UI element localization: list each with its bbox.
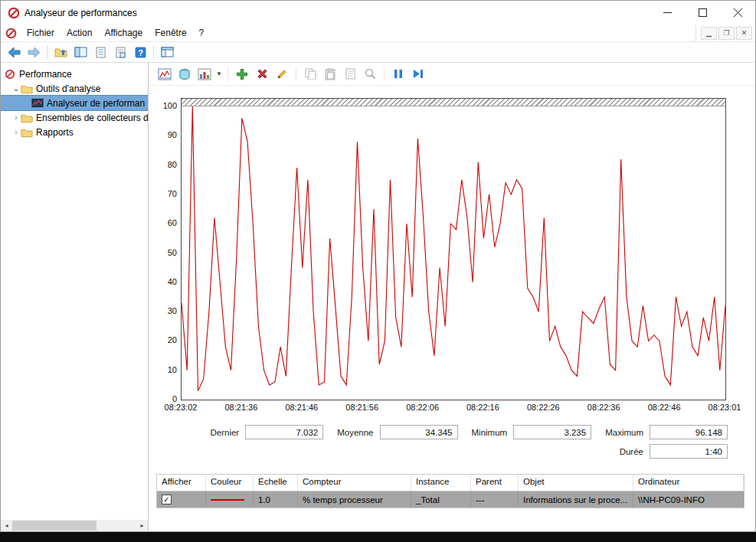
mdi-window-controls: ▁ ❐ ✕: [695, 24, 755, 41]
folder-icon: [21, 83, 33, 94]
help-icon[interactable]: ?: [131, 44, 149, 60]
x-axis-tick-label: 08:23:01: [709, 403, 741, 412]
tree-item-rapports[interactable]: › Rapports: [1, 125, 148, 139]
console-tree-icon[interactable]: [71, 44, 90, 60]
cpu-usage-line-chart: [182, 106, 725, 400]
menu-affichage[interactable]: Affichage: [98, 25, 149, 41]
stats-row-2: Durée 1:40: [156, 444, 728, 459]
add-counter-icon[interactable]: [234, 66, 250, 83]
header-echelle[interactable]: Échelle: [254, 475, 298, 491]
time-bar-hatch: [182, 99, 725, 106]
main-area: Performance ⌄ Outils d'analyse Analyseur…: [1, 63, 755, 531]
menu-action[interactable]: Action: [61, 25, 98, 41]
paste-counter-list-icon[interactable]: [322, 66, 339, 83]
maximum-value: 96.148: [650, 425, 728, 439]
mdi-minimize-icon[interactable]: ▁: [701, 27, 717, 40]
menu-fichier[interactable]: Fichier: [21, 25, 61, 41]
minimize-button[interactable]: [650, 1, 685, 24]
console-tree-panel: Performance ⌄ Outils d'analyse Analyseur…: [1, 63, 149, 531]
y-axis-tick-label: 20: [168, 335, 177, 344]
echelle-cell: 1.0: [254, 491, 298, 508]
x-axis-tick-label: 08:22:46: [648, 403, 681, 412]
x-axis: 08:23:0208:21:3608:21:4608:21:5608:22:06…: [181, 400, 726, 414]
x-axis-tick-label: 08:21:56: [345, 403, 378, 412]
monitor-chart-icon: [31, 98, 44, 109]
mdi-close-icon[interactable]: ✕: [736, 27, 752, 40]
perfmon-icon: [4, 69, 16, 80]
tree-item-label: Outils d'analyse: [36, 83, 100, 94]
header-afficher[interactable]: Afficher: [157, 475, 206, 491]
tree-item-label: Performance: [19, 69, 72, 80]
y-axis-tick-label: 40: [168, 277, 177, 286]
chevron-down-icon[interactable]: ⌄: [11, 84, 21, 93]
delete-counter-icon[interactable]: [254, 66, 270, 83]
view-log-data-icon[interactable]: [176, 66, 193, 83]
tree-item-label: Rapports: [36, 127, 74, 138]
duree-value: 1:40: [650, 444, 728, 459]
zoom-icon[interactable]: [362, 66, 378, 83]
toolbar-separator: [153, 45, 154, 59]
title-bar: Analyseur de performances: [1, 1, 755, 24]
forward-arrow-icon[interactable]: [25, 44, 43, 60]
pause-icon[interactable]: [390, 66, 407, 83]
header-ordinateur[interactable]: Ordinateur: [633, 475, 744, 491]
mdi-app-icon: [5, 28, 17, 39]
properties-doc-icon[interactable]: [342, 66, 358, 83]
export-list-icon[interactable]: [91, 44, 110, 60]
menu-fenetre[interactable]: Fenêtre: [149, 25, 192, 41]
scrollbar-track[interactable]: [12, 520, 136, 531]
y-axis-tick-label: 10: [168, 365, 177, 374]
content-panel: ▼: [149, 63, 755, 531]
scroll-right-icon[interactable]: ▸: [136, 520, 148, 531]
x-axis-tick-label: 08:23:02: [165, 403, 198, 412]
x-axis-tick-label: 08:22:06: [406, 403, 439, 412]
scroll-left-icon[interactable]: ◂: [1, 520, 12, 531]
chevron-right-icon[interactable]: ›: [11, 113, 21, 122]
y-axis-tick-label: 50: [168, 248, 177, 257]
header-parent[interactable]: Parent: [471, 475, 519, 491]
maximum-label: Maximum: [605, 428, 643, 437]
tree-item-ensembles-collecteurs[interactable]: › Ensembles de collecteurs d: [1, 110, 148, 125]
properties-icon[interactable]: [111, 44, 129, 60]
header-instance[interactable]: Instance: [411, 475, 471, 491]
close-button[interactable]: [720, 1, 755, 24]
tree-item-analyseur-performances[interactable]: Analyseur de performan: [1, 96, 148, 110]
horizontal-scrollbar[interactable]: ◂ ▸: [1, 520, 148, 531]
counter-table: Afficher Couleur Échelle Compteur Instan…: [156, 474, 745, 508]
y-axis-tick-label: 100: [163, 101, 177, 110]
header-couleur[interactable]: Couleur: [206, 475, 254, 491]
menu-bar: Fichier Action Affichage Fenêtre ? ▁ ❐ ✕: [1, 24, 755, 42]
chart-region: 1009080706050403020100 08:23:0208:21:360…: [156, 98, 745, 463]
afficher-checkbox[interactable]: ✓: [162, 495, 172, 504]
back-arrow-icon[interactable]: [5, 44, 23, 60]
chart-toolbar-separator: [296, 67, 296, 81]
minimum-label: Minimum: [472, 428, 508, 437]
header-objet[interactable]: Objet: [519, 475, 633, 491]
chevron-right-icon[interactable]: ›: [11, 128, 21, 136]
dernier-label: Dernier: [210, 428, 239, 437]
mdi-restore-icon[interactable]: ❐: [718, 27, 735, 40]
x-axis-tick-label: 08:21:36: [224, 403, 257, 412]
counter-table-header: Afficher Couleur Échelle Compteur Instan…: [157, 475, 744, 491]
new-window-icon[interactable]: [158, 44, 176, 60]
dropdown-caret-icon[interactable]: ▼: [214, 66, 224, 83]
folder-up-icon[interactable]: [51, 44, 70, 60]
tree-item-performance[interactable]: Performance: [1, 67, 148, 81]
menu-aide[interactable]: ?: [193, 25, 211, 41]
folder-icon: [21, 113, 33, 123]
view-current-activity-icon[interactable]: [156, 66, 173, 83]
chart-toolbar-separator: [384, 67, 385, 81]
maximize-button[interactable]: [685, 1, 720, 24]
update-data-icon[interactable]: [410, 66, 427, 83]
plot-area[interactable]: [181, 98, 726, 400]
copy-properties-icon[interactable]: [302, 66, 319, 83]
scrollbar-thumb[interactable]: [12, 521, 97, 531]
counter-row[interactable]: ✓ 1.0 % temps processeur _Total --- Info…: [157, 491, 744, 508]
objet-cell: Informations sur le proce...: [519, 491, 633, 508]
y-axis-tick-label: 30: [168, 306, 177, 315]
chart-type-icon[interactable]: [196, 66, 213, 83]
header-compteur[interactable]: Compteur: [298, 475, 411, 491]
tree-item-outils-analyse[interactable]: ⌄ Outils d'analyse: [1, 81, 148, 96]
highlight-icon[interactable]: [273, 66, 290, 83]
minimum-value: 3.235: [513, 425, 591, 439]
